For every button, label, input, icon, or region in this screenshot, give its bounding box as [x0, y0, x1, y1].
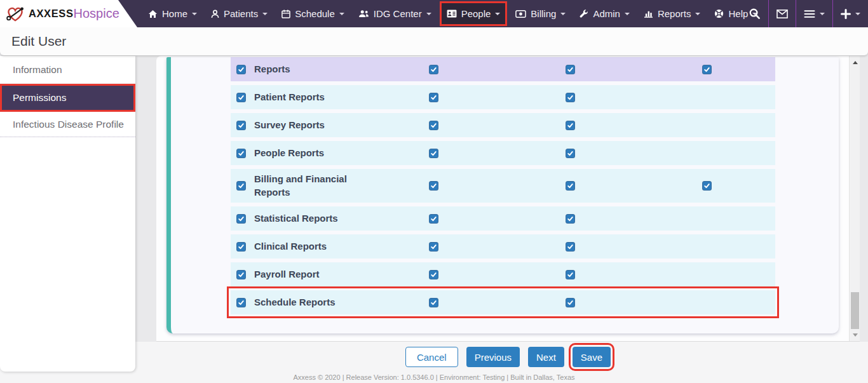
permission-checkbox[interactable] — [566, 242, 575, 252]
menu-button[interactable] — [796, 0, 832, 27]
permission-label-cell: Survey Reports — [231, 119, 365, 131]
next-button[interactable]: Next — [528, 347, 564, 367]
permission-column-1 — [365, 121, 502, 130]
check-icon — [238, 182, 245, 189]
permission-column-1 — [365, 181, 502, 191]
cancel-button[interactable]: Cancel — [405, 347, 458, 367]
add-button[interactable] — [833, 0, 868, 27]
permission-label: Survey Reports — [254, 119, 325, 131]
row-checkbox[interactable] — [236, 149, 246, 158]
app-footer-text: Axxess © 2020 | Release Version: 1.0.534… — [0, 373, 868, 381]
permission-label-cell: Schedule Reports — [231, 296, 365, 309]
permission-checkbox[interactable] — [429, 65, 438, 74]
permission-label: Schedule Reports — [254, 296, 336, 309]
permission-checkbox[interactable] — [429, 214, 438, 224]
check-icon — [567, 122, 574, 129]
brand-name-hospice: Hospice — [74, 6, 119, 21]
permission-checkbox[interactable] — [566, 121, 575, 130]
check-icon — [567, 182, 574, 189]
brand-name-axxess: AXXESS — [29, 8, 74, 20]
permission-checkbox[interactable] — [429, 121, 438, 130]
permission-checkbox[interactable] — [566, 214, 575, 224]
check-icon — [567, 271, 574, 278]
chevron-down-icon — [695, 13, 700, 15]
nav-item-billing[interactable]: Billing — [508, 0, 573, 27]
nav-item-people[interactable]: People — [440, 1, 508, 26]
check-icon — [567, 243, 574, 250]
permission-checkbox[interactable] — [566, 298, 575, 307]
row-checkbox[interactable] — [236, 93, 246, 102]
check-icon — [703, 182, 710, 189]
check-icon — [238, 271, 245, 278]
permission-checkbox[interactable] — [566, 270, 575, 279]
check-icon — [567, 299, 574, 306]
scroll-down-arrow-icon[interactable] — [850, 330, 860, 340]
permission-checkbox[interactable] — [702, 65, 712, 74]
permissions-card: ReportsPatient ReportsSurvey ReportsPeop… — [166, 57, 839, 333]
sidebar-item-permissions[interactable]: Permissions — [0, 84, 135, 112]
vertical-scrollbar[interactable] — [849, 56, 860, 342]
chevron-down-icon — [495, 13, 500, 15]
check-icon — [238, 243, 245, 250]
permission-row-schedule-reports: Schedule Reports — [231, 290, 775, 314]
check-icon — [238, 299, 245, 306]
permission-checkbox[interactable] — [429, 149, 438, 158]
permission-row-clinical-reports: Clinical Reports — [231, 234, 775, 259]
search-button[interactable] — [741, 0, 768, 27]
add-icon — [841, 9, 851, 19]
row-checkbox[interactable] — [236, 181, 246, 191]
sidebar-item-information[interactable]: Information — [0, 56, 135, 84]
chevron-down-icon — [625, 13, 630, 15]
permission-label-cell: People Reports — [231, 147, 365, 159]
previous-button[interactable]: Previous — [466, 347, 520, 367]
permission-checkbox[interactable] — [702, 181, 712, 191]
nav-item-admin[interactable]: Admin — [573, 0, 637, 27]
permission-label-cell: Clinical Reports — [231, 240, 365, 253]
chevron-down-icon — [855, 13, 860, 15]
nav-item-label: IDG Center — [374, 8, 422, 19]
person-icon — [211, 10, 219, 18]
main-menu: HomePatientsScheduleIDG CenterPeopleBill… — [141, 0, 764, 27]
permission-row-patient-reports: Patient Reports — [231, 85, 775, 109]
permissions-panel: ReportsPatient ReportsSurvey ReportsPeop… — [156, 56, 860, 342]
nav-item-schedule[interactable]: Schedule — [275, 0, 351, 27]
permission-checkbox[interactable] — [429, 181, 438, 191]
row-checkbox[interactable] — [236, 121, 246, 130]
permission-checkbox[interactable] — [566, 65, 575, 74]
row-checkbox[interactable] — [236, 270, 246, 279]
nav-item-patients[interactable]: Patients — [204, 0, 275, 27]
row-checkbox[interactable] — [236, 298, 246, 307]
permission-row-people-reports: People Reports — [231, 141, 775, 165]
top-navbar: AXXESS Hospice HomePatientsScheduleIDG C… — [0, 0, 868, 27]
permission-checkbox[interactable] — [429, 298, 438, 307]
nav-item-home[interactable]: Home — [141, 0, 204, 27]
nav-item-idg-center[interactable]: IDG Center — [351, 0, 438, 27]
permission-checkbox[interactable] — [429, 242, 438, 252]
permission-label: Statistical Reports — [254, 212, 338, 225]
sidebar-item-infectious-disease-profile[interactable]: Infectious Disease Profile — [0, 112, 135, 137]
scroll-up-arrow-icon[interactable] — [850, 57, 860, 68]
permission-checkbox[interactable] — [429, 270, 438, 279]
permission-column-2 — [502, 242, 639, 252]
chevron-down-icon — [339, 13, 344, 15]
nav-item-reports[interactable]: Reports — [637, 0, 708, 27]
row-checkbox[interactable] — [236, 214, 246, 224]
calendar-icon — [281, 10, 290, 18]
row-checkbox[interactable] — [236, 242, 246, 252]
mail-icon — [776, 10, 788, 18]
chevron-down-icon — [560, 13, 566, 15]
permission-checkbox[interactable] — [429, 93, 438, 102]
check-icon — [238, 94, 245, 101]
permission-checkbox[interactable] — [566, 149, 575, 158]
permission-column-2 — [502, 298, 639, 307]
permission-label: Billing and Financial Reports — [254, 173, 365, 199]
row-checkbox[interactable] — [236, 65, 246, 74]
permission-checkbox[interactable] — [566, 93, 575, 102]
permission-checkbox[interactable] — [566, 181, 575, 191]
nav-item-label: People — [461, 8, 491, 19]
save-button[interactable]: Save — [573, 347, 611, 367]
nav-item-label: Admin — [593, 8, 620, 19]
mail-button[interactable] — [769, 0, 796, 27]
scrollbar-thumb[interactable] — [851, 292, 859, 329]
brand-logo[interactable]: AXXESS Hospice — [0, 0, 137, 27]
